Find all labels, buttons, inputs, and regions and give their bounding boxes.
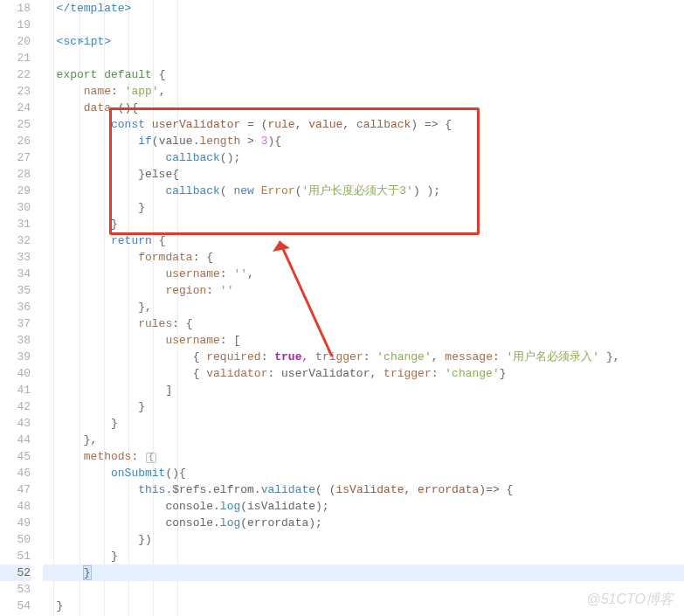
code-line[interactable]: if(value.length > 3){ [43,133,684,149]
string-token: 'change' [445,367,499,380]
code-line[interactable]: rules: { [43,315,684,332]
prop-token: trigger [383,367,432,380]
code-line[interactable]: } [43,398,684,415]
code-line[interactable]: data (){ [43,100,684,116]
variable-token: errordata [418,483,479,496]
code-line[interactable]: ] [43,382,684,398]
code-line[interactable]: onSubmit(){ [43,465,684,481]
punct-token: } [43,417,118,430]
code-line[interactable] [43,50,684,66]
punct-token: (){ [165,467,185,480]
punct-token: , [342,118,356,131]
line-number: 37 [0,315,31,332]
code-line[interactable]: } [43,216,684,232]
keyword-token: const [43,118,145,131]
code-line[interactable]: } [43,199,684,216]
punct-token: )=> { [479,483,513,496]
code-line[interactable]: }else{ [43,166,684,183]
punct-token: } [43,599,63,613]
line-number: 54 [0,598,31,614]
line-number: 52 [0,564,31,581]
line-number: 29 [0,183,31,199]
line-number: 36 [0,299,31,315]
code-line[interactable] [43,17,684,33]
punct-token: : { [193,251,213,264]
punct-token: : { [172,317,192,330]
punct-token: : [111,85,125,98]
punct-token: , [404,483,418,496]
code-line[interactable]: username: '', [43,266,684,282]
code-line[interactable]: export default { [43,66,684,83]
code-line-active[interactable]: } [43,564,684,581]
punct-token: } [43,218,118,231]
code-line[interactable]: region: '' [43,282,684,299]
punct-token: , [247,267,254,280]
keyword-token: default [97,68,151,81]
string-token: 'change' [377,350,431,363]
prop-token: data [43,101,111,114]
punct-token: : [ [220,334,240,347]
code-line[interactable]: { required: true, trigger: 'change', mes… [43,349,684,365]
gutter: 1819202122232425262728293031323334353637… [0,0,39,616]
line-number: 44 [0,432,31,448]
code-line[interactable]: return { [43,232,684,249]
punct-token: } [43,201,145,214]
code-editor[interactable]: 1819202122232425262728293031323334353637… [0,0,684,616]
code-line[interactable]: formdata: { [43,249,684,266]
variable-token: rule [267,118,294,131]
code-area[interactable]: </template> <script> export default { na… [39,0,684,616]
code-line[interactable]: { validator: userValidator, trigger: 'ch… [43,365,684,382]
code-line[interactable]: </template> [43,0,684,17]
code-line[interactable]: } [43,548,684,564]
prop-token: message [445,350,493,363]
line-number: 24 [0,100,31,116]
punct-token: (errordata); [240,516,322,529]
punct-token: = ( [240,118,267,131]
prop-token: validator [206,367,267,380]
punct-token: (); [220,151,240,164]
code-line[interactable]: const userValidator = (rule, value, call… [43,116,684,133]
keyword-token: export [43,68,97,81]
function-token: callback [43,151,220,164]
code-line[interactable]: name: 'app', [43,83,684,100]
code-line[interactable]: } [43,415,684,432]
punct-token: }else{ [43,168,179,181]
watermark: @51CTO博客 [586,591,674,609]
line-number: 25 [0,116,31,133]
variable-token: callback [356,118,411,131]
code-line[interactable]: }, [43,299,684,315]
line-number: 51 [0,548,31,564]
variable-token: userValidator [145,118,240,131]
line-number: 34 [0,266,31,282]
line-number: 40 [0,365,31,382]
line-number: 19 [0,17,31,33]
code-line[interactable]: }) [43,531,684,548]
tag-token: > [104,35,111,48]
code-line[interactable]: console.log(errordata); [43,515,684,531]
fold-marker-icon[interactable]: { [146,453,156,463]
bool-token: true [274,350,301,363]
code-line[interactable]: <script> [43,33,684,50]
code-line[interactable]: this.$refs.elfrom.validate( (isValidate,… [43,481,684,498]
line-number: 31 [0,216,31,232]
line-number: 27 [0,149,31,166]
line-number: 18 [0,0,31,17]
keyword-token: this [43,483,165,496]
line-number: 38 [0,332,31,349]
code-line[interactable]: username: [ [43,332,684,349]
code-line[interactable]: console.log(isValidate); [43,498,684,515]
code-line[interactable]: callback(); [43,149,684,166]
code-line[interactable]: methods: { [43,448,684,465]
line-number: 43 [0,415,31,432]
prop-token: methods [43,450,131,463]
line-number: 28 [0,166,31,183]
line-number: 35 [0,282,31,299]
code-line[interactable]: callback( new Error('用户长度必须大于3') ); [43,183,684,199]
line-number: 49 [0,515,31,531]
code-line[interactable]: }, [43,432,684,448]
line-number: 41 [0,382,31,398]
fold-caret-icon[interactable]: ▸ [79,33,88,50]
punct-token: ( [220,184,234,197]
punct-token: .$refs.elfrom. [165,483,260,496]
punct-token: : [220,267,234,280]
